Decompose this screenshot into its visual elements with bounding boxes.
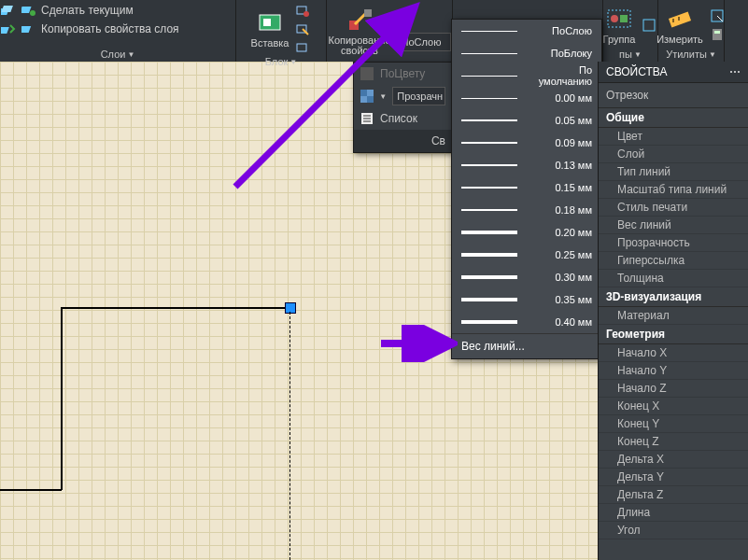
panel-label-block[interactable]: Блок▼ [260, 56, 303, 69]
property-row[interactable]: Конец Y [599, 415, 748, 433]
lineweight-settings[interactable]: Вес линий... [452, 333, 601, 358]
lineweight-default[interactable]: По умолчанию [452, 64, 601, 87]
grip-point[interactable] [285, 302, 296, 314]
panel-label-groups[interactable]: пы▼ [614, 49, 647, 62]
property-row[interactable]: Вес линий [599, 217, 748, 234]
line-segment[interactable] [61, 307, 290, 309]
property-row[interactable]: Конец Z [599, 433, 748, 451]
lineweight-option[interactable]: 0.05 мм [452, 109, 601, 132]
svg-rect-4 [1, 27, 9, 34]
lineweight-option[interactable]: 0.13 мм [452, 154, 601, 176]
ribbon: Сделать текущим Копировать свойства слоя… [0, 0, 748, 62]
svg-rect-19 [620, 15, 628, 22]
create-block-icon[interactable] [294, 2, 311, 19]
property-section-header[interactable]: Геометрия [599, 325, 748, 344]
lineweight-option[interactable]: 0.18 мм [452, 199, 601, 221]
property-row[interactable]: Начало X [599, 344, 748, 362]
tracking-line [289, 312, 290, 560]
measure-icon [666, 6, 694, 32]
transparency-combo[interactable]: Прозрачн [392, 87, 445, 105]
line-segment[interactable] [0, 489, 62, 491]
lineweight-option[interactable]: 0.35 мм [452, 288, 601, 311]
lineweight-option[interactable]: 0.20 мм [452, 221, 601, 244]
copy-layer-props-label: Копировать свойства слоя [41, 22, 179, 35]
object-type[interactable]: Отрезок [599, 83, 748, 108]
list-icon [360, 111, 374, 126]
ribbon-panel-utils: Измерить Утилиты▼ [658, 0, 725, 62]
make-current-icon [0, 2, 17, 19]
group-icon [605, 6, 633, 32]
svg-point-18 [611, 15, 618, 22]
calc-icon[interactable] [709, 26, 726, 43]
line-segment[interactable] [61, 307, 63, 490]
lineweight-bylayer[interactable]: ПоСлою [452, 20, 601, 42]
list-button[interactable]: Список [354, 107, 451, 130]
color-icon [360, 66, 374, 81]
make-current-label: Сделать текущим [41, 4, 134, 17]
ribbon-panel-group: Группа пы▼ [603, 0, 658, 62]
match-props-button[interactable]: Копирование свойств [328, 7, 390, 56]
property-row[interactable]: Масштаб типа линий [599, 181, 748, 199]
svg-rect-21 [669, 12, 691, 28]
svg-rect-7 [263, 19, 271, 26]
svg-rect-26 [714, 31, 720, 34]
property-row[interactable]: Материал [599, 307, 748, 325]
lineweight-option[interactable]: 0.30 мм [452, 266, 601, 288]
property-row[interactable]: Конец X [599, 398, 748, 415]
quick-select-icon[interactable] [709, 7, 726, 24]
lineweight-option[interactable]: 0.40 мм [452, 311, 601, 333]
flyout-footer: Св [354, 130, 451, 152]
svg-point-3 [30, 10, 35, 16]
svg-rect-11 [297, 44, 306, 51]
lineweight-combo[interactable]: ПоСлою [397, 33, 451, 51]
chevron-down-icon: ▼ [127, 50, 134, 59]
lineweight-option[interactable]: 0.00 мм [452, 87, 601, 109]
properties-flyout: ПоЦвету ▼ Прозрачн Список Св [353, 62, 452, 153]
lineweight-option[interactable]: 0.15 мм [452, 176, 601, 199]
match-props-icon [346, 7, 374, 34]
property-row[interactable]: Начало Y [599, 362, 748, 380]
measure-button[interactable]: Измерить [656, 6, 703, 45]
property-row[interactable]: Цвет [599, 128, 748, 146]
property-row[interactable]: Дельта X [599, 451, 748, 469]
copy-layer-props-button[interactable]: Копировать свойства слоя [0, 21, 179, 37]
property-row[interactable]: Тип линий [599, 163, 748, 181]
svg-rect-2 [21, 7, 32, 13]
panel-label-utils[interactable]: Утилиты▼ [660, 49, 722, 62]
property-row[interactable]: Дельта Z [599, 486, 748, 504]
property-row[interactable]: Гиперссылка [599, 252, 748, 270]
property-section-header[interactable]: 3D-визуализация [599, 287, 748, 307]
svg-point-9 [303, 11, 309, 17]
ribbon-panel-properties: Копирование свойств ПоСлою [327, 0, 453, 62]
copy-layer-props-icon [0, 21, 17, 37]
property-row[interactable]: Толщина [599, 270, 748, 287]
ribbon-panel-block: Вставка Блок▼ [236, 0, 327, 62]
palette-options-icon[interactable]: ⋯ [729, 65, 741, 78]
make-current-button[interactable]: Сделать текущим [0, 2, 134, 19]
svg-rect-5 [21, 26, 31, 33]
property-row[interactable]: Дельта Y [599, 469, 748, 486]
ribbon-panel-layers: Сделать текущим Копировать свойства слоя… [0, 0, 236, 62]
svg-rect-29 [367, 90, 374, 96]
transparency-row[interactable]: ▼ Прозрачн [354, 85, 451, 107]
edit-attrib-icon[interactable] [294, 39, 311, 56]
property-row[interactable]: Угол [599, 522, 748, 539]
insert-icon [256, 9, 284, 35]
group-button[interactable]: Группа [603, 6, 636, 45]
panel-label-layers[interactable]: Слои▼ [95, 49, 141, 62]
property-row[interactable]: Слой [599, 146, 748, 163]
property-row[interactable]: Прозрачность [599, 234, 748, 252]
insert-button[interactable]: Вставка [251, 9, 289, 49]
svg-rect-27 [360, 67, 374, 80]
property-row[interactable]: Начало Z [599, 380, 748, 398]
lineweight-byblock[interactable]: ПоБлоку [452, 42, 601, 64]
property-row[interactable]: Длина [599, 504, 748, 522]
property-section-header[interactable]: Общие [599, 108, 748, 128]
linetype-list-icon[interactable] [397, 13, 414, 30]
lineweight-option[interactable]: 0.25 мм [452, 244, 601, 266]
lineweight-option[interactable]: 0.09 мм [452, 132, 601, 154]
transparency-icon [360, 89, 374, 104]
bycolor-button: ПоЦвету [354, 63, 451, 85]
property-row[interactable]: Стиль печати [599, 199, 748, 217]
edit-block-icon[interactable] [294, 21, 311, 37]
